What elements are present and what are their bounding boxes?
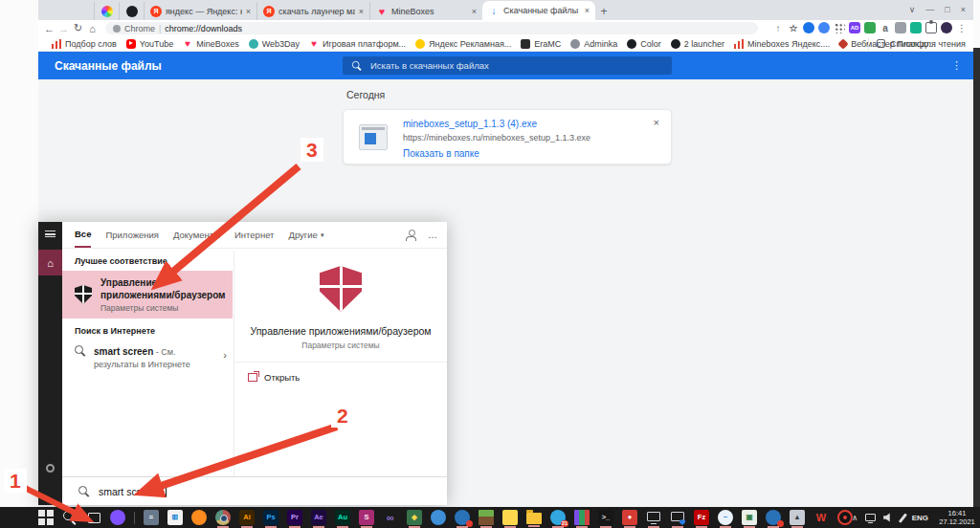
app-swoosh[interactable]: ~ — [718, 510, 733, 525]
extension-grey[interactable] — [895, 22, 906, 33]
web-search-result[interactable]: smart screen - См. результаты в Интернет… — [62, 341, 233, 375]
bookmark-item[interactable]: ♥Игровая платформ... — [309, 39, 406, 49]
chevron-right-icon[interactable]: › — [223, 349, 227, 361]
security-monitor[interactable] — [670, 510, 685, 525]
restore-button[interactable]: □ — [945, 5, 949, 14]
extension-letter-a[interactable]: a — [880, 22, 891, 33]
volume-icon[interactable] — [883, 513, 894, 523]
filezilla[interactable]: Fz — [694, 510, 709, 525]
download-filename-link[interactable]: mineboxes_setup_1.1.3 (4).exe — [403, 119, 537, 129]
app-blue-circle[interactable] — [431, 510, 446, 525]
downloads-search-input[interactable]: Искать в скачанных файлах — [343, 56, 672, 75]
filter-tab-документы[interactable]: Документы — [173, 222, 220, 248]
extension-grid[interactable] — [834, 22, 845, 33]
filter-tab-другие[interactable]: Другие▾ — [288, 222, 323, 248]
record-tile[interactable]: ● — [622, 510, 637, 525]
filter-tab-приложения[interactable]: Приложения — [105, 222, 159, 248]
forward-button[interactable]: → — [56, 23, 71, 34]
settings-gear-icon[interactable] — [46, 464, 55, 473]
command-prompt[interactable]: >_ — [598, 510, 613, 525]
premiere-pro[interactable]: Pr — [287, 510, 302, 525]
bookmark-item[interactable]: Подбор слов — [52, 39, 117, 49]
home-tab[interactable]: ⌂ — [38, 250, 62, 275]
hamburger-icon[interactable] — [45, 231, 56, 237]
reload-button[interactable]: ↻ — [71, 22, 85, 34]
language-indicator[interactable]: ENG — [912, 514, 928, 522]
profile-avatar[interactable] — [941, 22, 952, 33]
extension-globe[interactable] — [818, 22, 830, 33]
bookmark-item[interactable]: 2 launcher — [671, 39, 724, 49]
network-icon[interactable] — [865, 514, 876, 521]
pinned-tab-colorwheel[interactable] — [94, 2, 119, 20]
bookmark-item[interactable]: EraMC — [521, 39, 561, 49]
browser-chrome[interactable] — [215, 510, 231, 525]
firefox[interactable] — [191, 510, 207, 525]
search-input[interactable]: smart screen — [62, 476, 447, 505]
extension-green[interactable] — [910, 22, 922, 33]
file-explorer[interactable] — [526, 513, 542, 524]
bookmark-item[interactable]: Web3Day — [249, 39, 300, 49]
bookmark-item[interactable]: YouTube — [126, 39, 173, 49]
tab-3[interactable]: ♥MineBoxes× — [369, 2, 482, 20]
downloads-menu-icon[interactable]: ⋮ — [951, 59, 962, 72]
tab-close-icon[interactable]: × — [246, 7, 251, 16]
show-in-folder-link[interactable]: Показать в папке — [403, 148, 479, 159]
home-button[interactable]: ⌂ — [85, 23, 100, 34]
extension-blue-circle[interactable] — [803, 22, 814, 33]
remote-desktop[interactable] — [646, 510, 661, 525]
new-tab-button[interactable]: + — [595, 2, 612, 20]
best-match-result[interactable]: Управление приложениями/браузером Параме… — [62, 271, 233, 319]
pen-icon[interactable] — [899, 513, 907, 522]
filter-tab-все[interactable]: Все — [75, 222, 91, 248]
more-options-icon[interactable]: … — [428, 230, 437, 240]
calculator[interactable]: = — [144, 510, 159, 525]
close-button[interactable]: × — [961, 5, 966, 14]
w-letters[interactable]: W — [813, 510, 829, 525]
bookmark-item[interactable]: Mineboxes Яндекс.... — [734, 39, 830, 49]
app-viewer[interactable]: ▣ — [742, 510, 757, 525]
app-green[interactable]: ◆ — [407, 510, 422, 525]
browser-menu-icon[interactable]: ⋮ — [957, 23, 967, 33]
sticky-notes[interactable] — [502, 510, 518, 525]
microsoft-store[interactable]: ⊞ — [167, 510, 183, 525]
clock[interactable]: 16:41 27.12.2021 — [936, 509, 978, 527]
task-view-button[interactable] — [86, 510, 101, 525]
visual-studio[interactable]: ∞ — [383, 510, 398, 525]
extensions-puzzle-icon[interactable] — [925, 22, 937, 33]
filter-tab-интернет[interactable]: Интернет — [234, 222, 274, 248]
extension-green-pages[interactable] — [864, 22, 876, 33]
screen-recorder[interactable] — [837, 510, 853, 525]
bookmark-item[interactable]: Яндекс Рекламная... — [415, 39, 511, 49]
app-circle-badge[interactable] — [455, 510, 470, 525]
yandex-alice[interactable] — [110, 510, 125, 525]
remove-download-icon[interactable]: × — [654, 117, 659, 128]
back-button[interactable]: ← — [42, 23, 56, 34]
tab-4[interactable]: ↓Скачанные файлы× — [482, 1, 595, 20]
pinned-tab-github[interactable] — [119, 2, 144, 20]
address-bar[interactable]: Chrome | chrome://downloads — [105, 22, 758, 34]
share-icon[interactable]: ↑ — [772, 22, 784, 33]
tray-expand-icon[interactable]: ∧ — [852, 514, 858, 522]
app-magenta[interactable]: S — [359, 510, 374, 525]
window-menu-icon[interactable]: ∨ — [909, 5, 916, 14]
photoshop[interactable]: Ps — [263, 510, 278, 525]
minimize-button[interactable]: — — [925, 5, 934, 14]
minecraft[interactable] — [479, 510, 494, 525]
tab-close-icon[interactable]: × — [472, 7, 477, 16]
reading-list-button[interactable]: Список для чтения — [868, 38, 966, 50]
bookmark-item[interactable]: Color — [627, 39, 661, 49]
tab-close-icon[interactable]: × — [359, 7, 364, 16]
messenger[interactable]: 21 — [550, 510, 566, 525]
audition[interactable]: Au — [335, 510, 350, 525]
bookmark-item[interactable]: ♥MineBoxes — [183, 39, 239, 49]
photos-app[interactable]: ▲ — [790, 510, 805, 525]
tab-close-icon[interactable]: × — [585, 6, 590, 15]
media-library[interactable] — [574, 510, 590, 525]
extension-ad[interactable]: AD — [849, 22, 860, 33]
tab-2[interactable]: Яскачать лаунчер майнбоксес —× — [256, 2, 369, 20]
bookmark-star-icon[interactable]: ☆ — [788, 22, 799, 33]
app-circle-badge-2[interactable] — [766, 510, 781, 525]
tab-1[interactable]: Яяндекс — Яндекс: нашлось 85 м× — [144, 2, 256, 20]
open-action[interactable]: Открыть — [248, 372, 300, 383]
account-icon[interactable] — [405, 230, 416, 241]
